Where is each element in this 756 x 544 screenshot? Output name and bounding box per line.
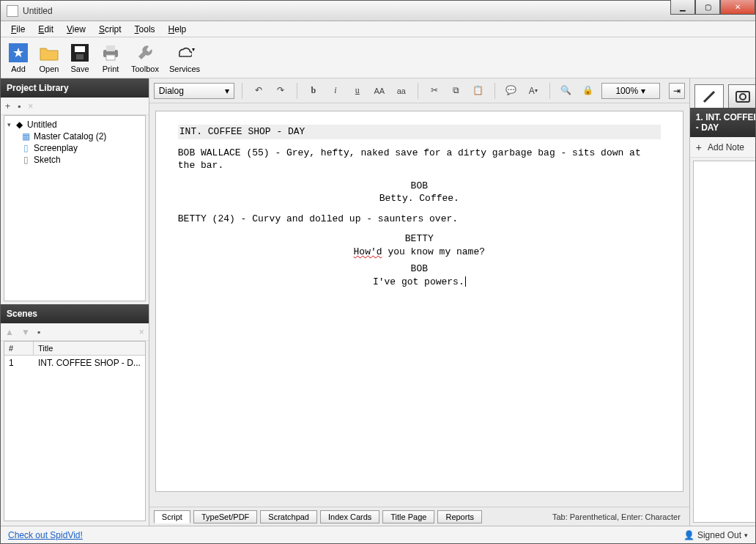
find-button[interactable]: 🔍 bbox=[557, 83, 575, 99]
copy-button[interactable]: ⧉ bbox=[448, 83, 465, 99]
scenes-list[interactable]: # Title 1 INT. COFFEE SHOP - D... bbox=[4, 341, 146, 521]
menu-view[interactable]: View bbox=[61, 23, 92, 36]
minimize-button[interactable]: ▁ bbox=[670, 0, 695, 15]
tab-reports[interactable]: Reports bbox=[437, 510, 482, 523]
print-icon bbox=[100, 43, 121, 63]
comment-button[interactable]: 💬 bbox=[503, 83, 520, 99]
media-tab[interactable] bbox=[728, 84, 755, 108]
add-note-icon[interactable]: + bbox=[696, 141, 702, 153]
svg-line-8 bbox=[704, 92, 714, 102]
tab-scratchpad[interactable]: Scratchpad bbox=[260, 510, 317, 523]
print-button[interactable]: Print bbox=[100, 43, 121, 73]
scene-card-icon[interactable]: ▪ bbox=[37, 327, 40, 337]
toolbox-label: Toolbox bbox=[131, 65, 159, 73]
print-label: Print bbox=[103, 65, 119, 73]
character-name[interactable]: BETTY bbox=[178, 232, 661, 246]
tab-titlepage[interactable]: Title Page bbox=[382, 510, 434, 523]
zoom-combo[interactable]: 100% ▾ bbox=[601, 83, 660, 99]
remove-project-icon[interactable]: × bbox=[28, 101, 33, 111]
scene-row[interactable]: 1 INT. COFFEE SHOP - D... bbox=[4, 356, 145, 370]
lock-button[interactable]: 🔒 bbox=[579, 83, 597, 99]
save-button[interactable]: Save bbox=[70, 43, 90, 73]
tab-script[interactable]: Script bbox=[154, 510, 190, 523]
text-style-button[interactable]: A▾ bbox=[525, 83, 542, 99]
menu-script[interactable]: Script bbox=[93, 23, 127, 36]
right-panel-title: 1. INT. COFFEE SHOP - DAY bbox=[690, 108, 755, 137]
notes-tab[interactable] bbox=[694, 84, 724, 108]
element-type-combo[interactable]: Dialog ▾ bbox=[154, 83, 234, 99]
combo-value: Dialog bbox=[159, 86, 184, 96]
add-project-icon[interactable]: + bbox=[5, 101, 10, 111]
notes-content[interactable] bbox=[693, 161, 755, 523]
redo-button[interactable]: ↷ bbox=[272, 83, 289, 99]
move-down-icon[interactable]: ▼ bbox=[21, 327, 30, 337]
main-toolbar: ★ Add Open Save Print Toolbox ▾ Services bbox=[1, 37, 755, 78]
folder-small-icon[interactable]: ▪ bbox=[18, 101, 21, 111]
tab-typeset[interactable]: TypeSet/PDF bbox=[193, 510, 257, 523]
svg-text:★: ★ bbox=[12, 45, 24, 60]
add-button[interactable]: ★ Add bbox=[8, 43, 29, 73]
cut-button[interactable]: ✂ bbox=[426, 83, 443, 99]
bold-button[interactable]: b bbox=[305, 83, 322, 99]
dialog-text[interactable]: I've got powers. bbox=[309, 276, 529, 289]
dialog-text[interactable]: How'd you know my name? bbox=[309, 246, 529, 259]
spell-error[interactable]: How'd bbox=[354, 246, 382, 257]
menu-help[interactable]: Help bbox=[163, 23, 193, 36]
scenes-columns: # Title bbox=[4, 342, 145, 356]
action-text[interactable]: BETTY (24) - Curvy and dolled up - saunt… bbox=[178, 213, 661, 226]
tree-item-label: Sketch bbox=[34, 155, 61, 165]
italic-button[interactable]: i bbox=[327, 83, 344, 99]
expand-icon[interactable]: ▾ bbox=[7, 121, 11, 128]
close-button[interactable]: ✕ bbox=[720, 0, 755, 15]
app-icon bbox=[7, 5, 18, 17]
character-name[interactable]: BOB bbox=[178, 180, 661, 193]
app-window: Untitled ▁ ▢ ✕ File Edit View Script Too… bbox=[0, 0, 756, 544]
tree-item-sketch[interactable]: ▯ Sketch bbox=[6, 154, 144, 166]
dialog-text[interactable]: Betty. Coffee. bbox=[309, 192, 529, 205]
right-panel-tools: + Add Note ▾ bbox=[690, 137, 755, 158]
col-title[interactable]: Title bbox=[34, 342, 145, 355]
sketch-icon: ▯ bbox=[21, 155, 31, 165]
tree-item-screenplay[interactable]: ▯ Screenplay bbox=[6, 142, 144, 154]
add-note-button[interactable]: Add Note bbox=[708, 142, 744, 152]
uppercase-button[interactable]: AA bbox=[371, 83, 388, 99]
action-text[interactable]: BOB WALLACE (55) - Grey, hefty, naked sa… bbox=[178, 147, 661, 172]
tree-item-catalog[interactable]: ▦ Master Catalog (2) bbox=[6, 131, 144, 142]
document-icon: ▯ bbox=[21, 143, 31, 153]
editor-area: Dialog ▾ ↶ ↷ b i u AA aa ✂ ⧉ 📋 💬 A▾ bbox=[149, 78, 690, 526]
col-number[interactable]: # bbox=[4, 342, 34, 355]
window-title: Untitled bbox=[23, 6, 53, 16]
script-page[interactable]: INT. COFFEE SHOP - DAY BOB WALLACE (55) … bbox=[155, 111, 683, 492]
tree-item-label: Master Catalog (2) bbox=[34, 131, 106, 141]
menu-file[interactable]: File bbox=[5, 23, 31, 36]
menu-edit[interactable]: Edit bbox=[32, 23, 59, 36]
open-label: Open bbox=[40, 65, 59, 73]
character-name[interactable]: BOB bbox=[178, 262, 661, 276]
paste-button[interactable]: 📋 bbox=[470, 83, 487, 99]
signin-status[interactable]: 👤 Signed Out ▾ bbox=[683, 530, 748, 540]
text-cursor bbox=[465, 276, 466, 287]
toolbox-button[interactable]: Toolbox bbox=[131, 43, 159, 73]
svg-rect-7 bbox=[106, 55, 115, 60]
move-up-icon[interactable]: ▲ bbox=[5, 327, 14, 337]
add-label: Add bbox=[11, 65, 26, 73]
scene-heading[interactable]: INT. COFFEE SHOP - DAY bbox=[178, 125, 661, 139]
menu-tools[interactable]: Tools bbox=[129, 23, 161, 36]
page-scroll[interactable]: INT. COFFEE SHOP - DAY BOB WALLACE (55) … bbox=[149, 103, 689, 507]
title-bar: Untitled ▁ ▢ ✕ bbox=[1, 1, 755, 21]
open-button[interactable]: Open bbox=[39, 43, 59, 73]
tree-root[interactable]: ▾ ◆ Untitled bbox=[6, 119, 144, 131]
toggle-panel-button[interactable]: ⇥ bbox=[669, 83, 685, 99]
tab-indexcards[interactable]: Index Cards bbox=[320, 510, 379, 523]
promo-link[interactable]: Check out SpidVid! bbox=[8, 530, 83, 540]
underline-button[interactable]: u bbox=[349, 83, 366, 99]
svg-rect-4 bbox=[76, 54, 84, 59]
lowercase-button[interactable]: aa bbox=[393, 83, 410, 99]
save-icon bbox=[70, 43, 90, 63]
maximize-button[interactable]: ▢ bbox=[695, 0, 720, 15]
undo-button[interactable]: ↶ bbox=[250, 83, 267, 99]
chevron-down-icon: ▾ bbox=[744, 532, 748, 539]
project-tree[interactable]: ▾ ◆ Untitled ▦ Master Catalog (2) ▯ Scre… bbox=[4, 115, 146, 301]
services-button[interactable]: ▾ Services bbox=[169, 43, 200, 73]
close-scenes-icon[interactable]: × bbox=[139, 327, 144, 337]
